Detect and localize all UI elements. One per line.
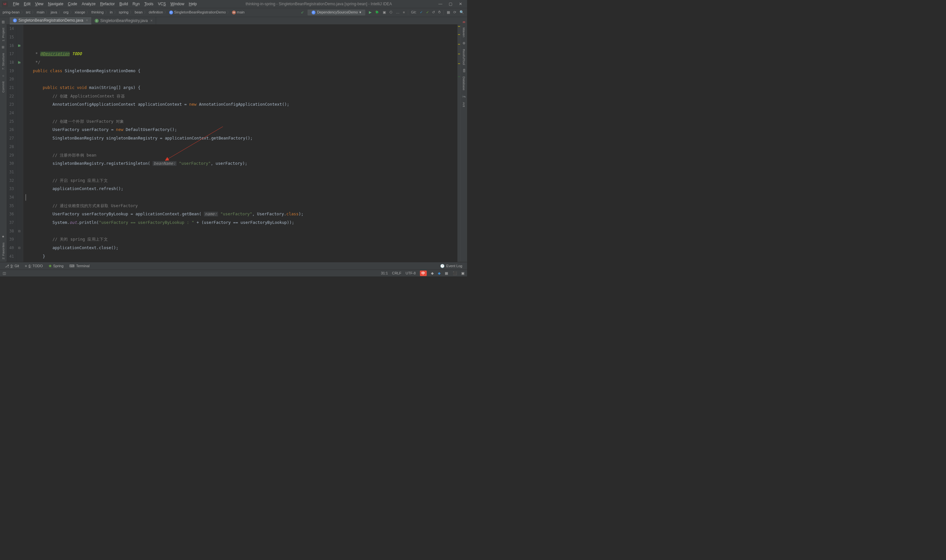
encoding[interactable]: UTF-8 xyxy=(406,271,416,275)
event-log-button[interactable]: 🕑Event Log xyxy=(440,264,462,268)
cursor-position[interactable]: 31:1 xyxy=(381,271,388,275)
ime-indicator[interactable]: 中 xyxy=(420,271,427,276)
code-line[interactable]: // 注册外部单例 bean xyxy=(26,151,457,160)
code-line[interactable]: System.out.println("userFactory == userF… xyxy=(26,218,457,227)
code-line[interactable]: applicationContext.refresh(); xyxy=(26,185,457,193)
maven-m-icon[interactable]: m xyxy=(463,20,465,24)
taskbar-icon[interactable]: ◆ xyxy=(431,271,434,275)
git-update-icon[interactable]: ✓ xyxy=(420,11,423,15)
breadcrumb-item[interactable]: pring-bean xyxy=(2,11,21,15)
code-line[interactable]: */ xyxy=(26,58,457,67)
breadcrumb-item[interactable]: xiaoge xyxy=(74,11,86,15)
code-line[interactable]: UserFactory userFactory = new DefaultUse… xyxy=(26,126,457,134)
code-line[interactable]: // 创建 ApplicationContext 容器 xyxy=(26,92,457,100)
project-icon[interactable]: ▥ xyxy=(2,20,5,24)
menu-code[interactable]: Code xyxy=(66,0,80,8)
commit-icon[interactable]: ○ xyxy=(2,74,4,77)
error-stripe[interactable] xyxy=(458,25,461,262)
code-line[interactable]: public class SingletonBeanRegistrationDe… xyxy=(26,67,457,75)
code-line[interactable]: // 创建一个外部 UserFactory 对象 xyxy=(26,117,457,126)
code-editor[interactable]: * @Description TODO */ public class Sing… xyxy=(23,25,457,262)
code-line[interactable]: UserFactory userFactoryByLookup = applic… xyxy=(26,210,457,218)
sync-icon[interactable]: ⟳ xyxy=(453,11,456,15)
line-gutter[interactable]: 1415161718192021222324252627282930313233… xyxy=(6,25,17,262)
fold-icon[interactable]: ⊟ xyxy=(18,44,20,48)
menu-view[interactable]: View xyxy=(33,0,46,8)
fold-gutter[interactable]: ▶⊟▶⊟⊟⊟ xyxy=(16,25,23,262)
code-line[interactable] xyxy=(26,193,457,202)
taskbar-icon[interactable]: ⬛ xyxy=(453,271,457,275)
git-history-icon[interactable]: ↺ xyxy=(432,11,435,15)
fold-icon[interactable]: ⊟ xyxy=(18,246,20,250)
structure-tool-button[interactable]: 7: Structure xyxy=(1,51,5,72)
fold-icon[interactable]: ⊟ xyxy=(18,61,20,64)
restful-icon[interactable]: ⚙ xyxy=(462,41,465,45)
code-line[interactable] xyxy=(26,75,457,84)
breadcrumb-item[interactable]: main xyxy=(36,11,45,15)
menu-run[interactable]: Run xyxy=(130,0,142,8)
menu-build[interactable]: Build xyxy=(117,0,130,8)
breadcrumb-item[interactable]: spring xyxy=(118,11,130,15)
search-icon[interactable]: 🔍 xyxy=(459,11,464,15)
menu-file[interactable]: File xyxy=(11,0,22,8)
editor-tab-active[interactable]: C SingletonBeanRegistrationDemo.java × xyxy=(10,17,92,24)
database-icon[interactable]: 🗄 xyxy=(462,69,466,72)
code-line[interactable] xyxy=(26,227,457,235)
menu-analyze[interactable]: Analyze xyxy=(80,0,98,8)
close-button[interactable]: ✕ xyxy=(459,2,462,6)
toolbox-icon[interactable]: ▦ xyxy=(447,11,450,15)
code-line[interactable]: SingletonBeanRegistry singletonBeanRegis… xyxy=(26,134,457,143)
breadcrumb-item[interactable]: src xyxy=(25,11,32,15)
code-line[interactable] xyxy=(26,168,457,176)
vcs-update-icon[interactable]: ⇙ xyxy=(301,11,304,15)
breadcrumb-item[interactable]: org xyxy=(62,11,69,15)
code-line[interactable]: } xyxy=(26,252,457,261)
maven-tool-button[interactable]: Maven xyxy=(462,25,466,40)
git-tool-button[interactable]: ⎇9: Git xyxy=(5,264,19,268)
breadcrumb-item[interactable]: mmain xyxy=(231,11,245,15)
code-line[interactable]: * @Description TODO xyxy=(26,50,457,58)
code-line[interactable]: // 通过依赖查找的方式来获取 UserFactory xyxy=(26,202,457,210)
tool-window-toggle-icon[interactable]: ◫ xyxy=(3,271,6,275)
stop-button[interactable]: ■ xyxy=(403,11,405,15)
breadcrumb-item[interactable]: java xyxy=(49,11,58,15)
code-line[interactable]: // 开启 spring 应用上下文 xyxy=(26,176,457,185)
menu-refactor[interactable]: Refactor xyxy=(98,0,117,8)
code-line[interactable]: singletonBeanRegistry.registerSingleton(… xyxy=(26,159,457,168)
restful-tool-button[interactable]: RestfulTool xyxy=(462,46,466,68)
code-line[interactable] xyxy=(26,143,457,151)
coverage-button[interactable]: ▣ xyxy=(383,11,386,15)
favorites-tool-button[interactable]: 2: Favorites xyxy=(1,240,5,262)
ant-icon[interactable]: 🐜 xyxy=(462,94,466,98)
fold-icon[interactable]: ⊟ xyxy=(18,229,20,233)
menu-help[interactable]: Help xyxy=(186,0,199,8)
run-button[interactable]: ▶ xyxy=(369,11,371,15)
terminal-tool-button[interactable]: ⌨Terminal xyxy=(69,264,90,268)
menu-tools[interactable]: Tools xyxy=(142,0,156,8)
breadcrumb-item[interactable]: thinking xyxy=(90,11,105,15)
code-line[interactable] xyxy=(26,109,457,117)
line-ending[interactable]: CRLF xyxy=(392,271,401,275)
code-line[interactable]: // 关闭 spring 应用上下文 xyxy=(26,235,457,244)
commit-tool-button[interactable]: Commit xyxy=(1,79,5,95)
todo-tool-button[interactable]: ≡6: TODO xyxy=(25,264,43,268)
git-revert-icon[interactable]: ⥁ xyxy=(438,11,441,15)
profile-button[interactable]: ⏲ xyxy=(389,11,393,15)
tab-close-icon[interactable]: × xyxy=(86,18,88,23)
debug-button[interactable]: 🪲 xyxy=(375,11,379,15)
menu-edit[interactable]: Edit xyxy=(22,0,33,8)
project-tool-button[interactable]: 1: Project xyxy=(1,25,5,44)
taskbar-icon[interactable]: ▦ xyxy=(445,271,448,275)
taskbar-icon[interactable]: ◆ xyxy=(438,271,441,275)
menu-window[interactable]: Window xyxy=(168,0,186,8)
structure-icon[interactable]: ⊞ xyxy=(2,45,4,49)
code-line[interactable]: AnnotationConfigApplicationContext appli… xyxy=(26,100,457,109)
minimize-button[interactable]: — xyxy=(439,2,442,6)
breadcrumb-item[interactable]: definition xyxy=(148,11,164,15)
code-line[interactable]: public static void main(String[] args) { xyxy=(26,83,457,92)
breadcrumb-item[interactable]: CSingletonBeanRegistrationDemo xyxy=(168,11,226,15)
menu-navigate[interactable]: Navigate xyxy=(46,0,66,8)
favorites-icon[interactable]: ★ xyxy=(2,235,5,238)
git-commit-icon[interactable]: ✓ xyxy=(426,11,429,15)
database-tool-button[interactable]: Database xyxy=(462,74,466,93)
